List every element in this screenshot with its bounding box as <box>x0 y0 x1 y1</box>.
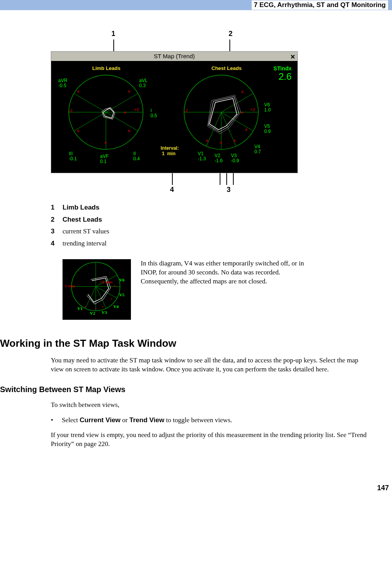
callout-line <box>172 173 173 185</box>
intro-paragraph: You may need to activate the ST map task… <box>51 356 369 374</box>
svg-line-11 <box>221 93 253 112</box>
lead-V4: V4 0.7 <box>254 144 261 154</box>
legend-num: 3 <box>51 226 63 238</box>
st-map-window[interactable]: ST Map (Trend) × Limb Leads Chest Leads … <box>51 51 298 173</box>
header-band: 7 ECG, Arrhythmia, ST and QT Monitoring <box>0 0 392 10</box>
axis-pos2-limb: +2 <box>134 107 139 112</box>
small-chest-figure: +1 mm -1 mm V6 V5 V4 V3 V2 V1 + + + + + <box>63 259 131 320</box>
stindex-label: STindx <box>274 65 292 72</box>
lead-V1: V1 -1.3 <box>198 151 206 161</box>
legend-text: trending interval <box>63 238 107 250</box>
ui-trend-view: Trend View <box>129 416 164 424</box>
tick-icon: + <box>127 88 131 95</box>
tick-icon: + <box>124 109 127 116</box>
svg-marker-18 <box>208 95 241 134</box>
lead-V6: V6 1.0 <box>264 102 271 113</box>
ui-current-view: Current View <box>80 416 121 424</box>
switch-lead-in: To switch between views, <box>51 401 369 410</box>
tick-icon: + <box>241 89 244 95</box>
small-V1: V1 <box>77 306 82 311</box>
bullet-post: to toggle between views. <box>164 416 232 424</box>
callout-line <box>226 173 227 185</box>
tick-icon: + <box>102 304 104 309</box>
mm-neg: -1 mm <box>63 283 75 288</box>
svg-line-23 <box>96 287 117 298</box>
legend-num: 4 <box>51 238 63 250</box>
bullet-dot: • <box>51 416 62 424</box>
small-V4: V4 <box>113 304 118 309</box>
close-icon[interactable]: × <box>290 52 295 61</box>
callout-line <box>233 173 234 185</box>
bullet-item: • Select Current View or Trend View to t… <box>51 416 369 424</box>
svg-marker-16 <box>209 99 237 130</box>
callout-3-num: 3 <box>227 186 231 194</box>
lead-V2: V2 -1.6 <box>215 153 223 163</box>
callout-line <box>220 173 220 185</box>
tick-icon: + <box>95 306 97 311</box>
callout-4-num: 4 <box>170 186 174 194</box>
page-content: 1 2 ST Map (Trend) × Limb Leads Chest Le… <box>0 30 392 449</box>
small-V5: V5 <box>119 292 124 297</box>
small-V6: V6 <box>119 278 124 282</box>
heading-switching-views: Switching Between ST Map Views <box>0 385 369 394</box>
tick-icon: + <box>219 140 222 146</box>
tick-icon: + <box>104 140 107 146</box>
legend-text: Limb Leads <box>63 202 99 214</box>
callout-lines-bottom <box>51 173 309 185</box>
callout-row-bottom: 4 3 <box>51 186 309 194</box>
tick-icon: + <box>77 128 80 134</box>
axis-pos2-chest: +2 <box>250 107 255 112</box>
legend-text: Chest Leads <box>63 214 102 226</box>
bullet-text: Select Current View or Trend View to tog… <box>62 416 232 424</box>
trend-empty-paragraph: If your trend view is empty, you need to… <box>51 431 369 449</box>
small-V2: V2 <box>90 311 95 315</box>
note-row: +1 mm -1 mm V6 V5 V4 V3 V2 V1 + + + + + … <box>63 259 369 320</box>
tick-icon: + <box>245 127 248 133</box>
callout-1-num: 1 <box>111 30 115 38</box>
tick-icon: + <box>206 138 209 144</box>
page-number: 147 <box>0 484 389 492</box>
stindex-value: 2.6 <box>279 71 292 82</box>
lead-I: I 0.5 <box>150 108 157 118</box>
legend-num: 2 <box>51 214 63 226</box>
callout-row-top: 1 2 <box>51 30 309 38</box>
mm-pos: +1 mm <box>100 280 113 284</box>
tick-icon: + <box>84 304 86 309</box>
bullet-pre: Select <box>62 416 80 424</box>
svg-line-4 <box>106 112 138 131</box>
small-V3: V3 <box>102 310 107 315</box>
lead-II: II 0.4 <box>133 151 140 161</box>
callout-line <box>229 39 230 51</box>
legend-text: current ST values <box>63 226 109 238</box>
lead-aVR: aVR -0.5 <box>58 78 67 88</box>
tick-icon: + <box>110 296 113 301</box>
tick-icon: + <box>127 128 131 134</box>
interval-label: Interval: 1 min <box>161 145 179 156</box>
lead-V5: V5 0.9 <box>264 124 271 134</box>
tick-icon: + <box>241 109 244 116</box>
tick-icon: + <box>77 88 80 95</box>
axis-neg2-chest: -2 <box>184 108 188 113</box>
heading-working-st-map: Working in the ST Map Task Window <box>0 337 369 349</box>
axis-neg2-limb: -2 <box>69 108 73 113</box>
svg-line-24 <box>96 287 106 308</box>
note-paragraph: In this diagram, V4 was either temporari… <box>141 259 317 286</box>
st-map-figure: 1 2 ST Map (Trend) × Limb Leads Chest Le… <box>51 30 309 194</box>
bullet-mid: or <box>120 416 129 424</box>
chapter-header: 7 ECG, Arrhythmia, ST and QT Monitoring <box>252 0 388 10</box>
lead-III: III -0.1 <box>69 151 77 161</box>
figure-legend: 1Limb Leads 2Chest Leads 3current ST val… <box>51 202 369 249</box>
lead-aVL: aVL 0.3 <box>139 78 147 88</box>
st-map-title: ST Map (Trend) <box>51 52 297 61</box>
callout-2-num: 2 <box>229 30 233 38</box>
lead-aVF: aVF 0.1 <box>100 154 109 164</box>
callout-line <box>113 39 114 51</box>
tick-icon: + <box>113 283 116 288</box>
legend-num: 1 <box>51 202 63 214</box>
callout-lines-top <box>51 39 309 51</box>
svg-line-2 <box>74 93 106 112</box>
lead-V3: V3 -0.9 <box>231 153 239 163</box>
tick-icon: + <box>233 138 236 144</box>
